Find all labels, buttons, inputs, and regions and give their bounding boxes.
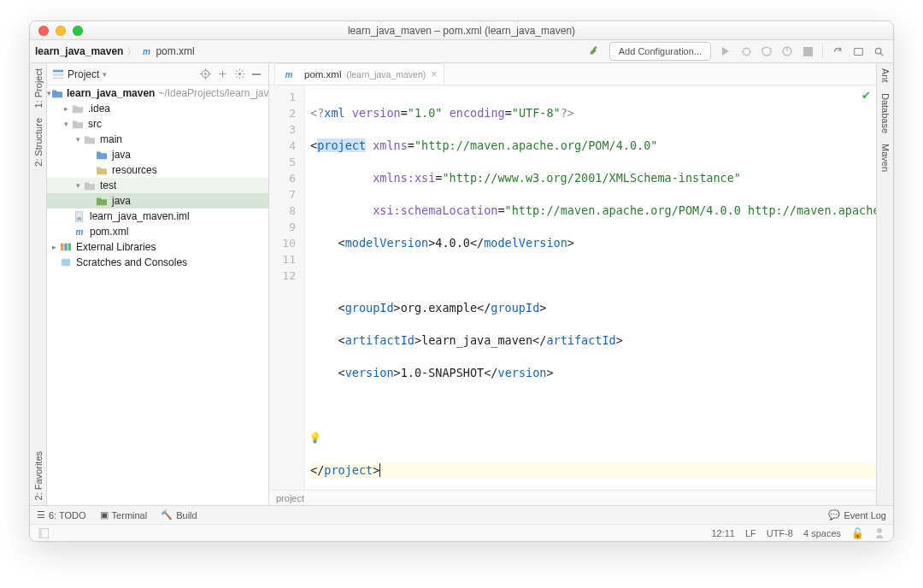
update-project-icon[interactable] <box>828 42 847 61</box>
coverage-icon[interactable] <box>757 42 776 61</box>
breadcrumb[interactable]: learn_java_maven 〉 m pom.xml <box>35 44 195 59</box>
locate-icon[interactable] <box>198 68 212 81</box>
tool-tab-todo[interactable]: ☰6: TODO <box>37 509 86 520</box>
tool-tab-project[interactable]: 1: Project <box>32 63 45 113</box>
svg-rect-12 <box>252 74 261 75</box>
tool-tab-terminal[interactable]: ▣Terminal <box>100 509 148 520</box>
run-icon[interactable] <box>716 42 735 61</box>
titlebar: learn_java_maven – pom.xml (learn_java_m… <box>30 21 893 40</box>
svg-rect-20 <box>38 528 42 538</box>
tool-tab-database[interactable]: Database <box>879 88 892 138</box>
svg-rect-4 <box>854 48 862 55</box>
tool-tab-structure[interactable]: 2: Structure <box>32 113 45 172</box>
readonly-lock-icon[interactable]: 🔓 <box>851 527 864 539</box>
editor-tabs: m pom.xml (learn_java_maven) × <box>269 63 876 85</box>
editor-area: m pom.xml (learn_java_maven) × ✔ 123 456… <box>269 63 876 505</box>
expand-all-icon[interactable] <box>215 68 229 81</box>
tree-node-test-java[interactable]: java <box>47 193 268 209</box>
run-toolbar <box>716 42 888 61</box>
tool-tab-maven[interactable]: Maven <box>879 138 892 177</box>
svg-point-11 <box>238 73 240 75</box>
project-tool-window: Project ▾ ▾ learn_java_maven ~/IdeaProje… <box>47 63 269 505</box>
build-hammer-icon[interactable] <box>585 42 604 61</box>
add-configuration-button[interactable]: Add Configuration... <box>609 42 711 61</box>
tree-node-scratches[interactable]: Scratches and Consoles <box>47 255 268 270</box>
breadcrumb-file[interactable]: pom.xml <box>156 45 194 57</box>
svg-rect-6 <box>53 69 63 72</box>
bottom-tool-tabs: ☰6: TODO ▣Terminal 🔨Build 💬Event Log <box>30 505 893 524</box>
close-tab-icon[interactable]: × <box>431 68 437 80</box>
profile-icon[interactable] <box>778 42 797 61</box>
navigation-bar: learn_java_maven 〉 m pom.xml Add Configu… <box>30 40 893 63</box>
status-indent[interactable]: 4 spaces <box>803 528 841 538</box>
main-body: 1: Project 2: Structure 2: Favorites Pro… <box>30 63 893 505</box>
project-tree[interactable]: ▾ learn_java_maven ~/IdeaProjects/learn_… <box>47 85 268 505</box>
status-encoding[interactable]: UTF-8 <box>767 528 793 538</box>
tree-node-pom[interactable]: m pom.xml <box>47 224 268 239</box>
tree-node-main-java[interactable]: java <box>47 147 268 162</box>
tool-tab-ant[interactable]: Ant <box>879 63 892 88</box>
svg-point-21 <box>877 528 882 533</box>
hide-panel-icon[interactable] <box>250 68 263 81</box>
svg-rect-16 <box>64 244 67 251</box>
line-gutter[interactable]: 123 456 789 101112 <box>269 85 305 490</box>
status-bar: 12:11 LF UTF-8 4 spaces 🔓 <box>30 524 893 541</box>
right-tool-strip: Ant Database Maven <box>876 63 893 505</box>
tree-node-iml[interactable]: learn_java_maven.iml <box>47 209 268 224</box>
stop-icon[interactable] <box>798 42 817 61</box>
code-editor[interactable]: ✔ 123 456 789 101112 <?xml version="1.0"… <box>269 85 876 490</box>
maven-file-icon: m <box>282 68 296 80</box>
tree-node-resources[interactable]: resources <box>47 162 268 178</box>
svg-rect-3 <box>803 47 813 56</box>
editor-tab-pom[interactable]: m pom.xml (learn_java_maven) × <box>274 63 444 85</box>
status-caret-position[interactable]: 12:11 <box>711 528 735 538</box>
window-title: learn_java_maven – pom.xml (learn_java_m… <box>30 25 893 37</box>
git-branch-icon[interactable] <box>849 42 867 61</box>
maven-file-icon: m <box>140 45 152 57</box>
tool-tab-build[interactable]: 🔨Build <box>161 509 197 520</box>
svg-rect-8 <box>53 77 63 79</box>
settings-gear-icon[interactable] <box>232 68 246 81</box>
svg-rect-15 <box>61 244 63 251</box>
tool-tab-eventlog[interactable]: 💬Event Log <box>828 509 886 520</box>
chevron-down-icon: ▾ <box>103 70 107 79</box>
tool-window-quick-access-icon[interactable] <box>38 528 49 538</box>
ide-window: learn_java_maven – pom.xml (learn_java_m… <box>29 21 894 542</box>
project-panel-header: Project ▾ <box>47 63 268 85</box>
debug-icon[interactable] <box>737 42 755 61</box>
tree-node-idea[interactable]: ▸ .idea <box>47 101 268 116</box>
editor-breadcrumb[interactable]: project <box>269 490 876 505</box>
project-view-icon <box>52 68 64 80</box>
project-view-selector[interactable]: Project ▾ <box>68 68 107 80</box>
tree-root[interactable]: ▾ learn_java_maven ~/IdeaProjects/learn_… <box>47 85 268 101</box>
tree-node-src[interactable]: ▾ src <box>47 116 268 132</box>
code-content[interactable]: <?xml version="1.0" encoding="UTF-8"?> <… <box>305 85 876 490</box>
search-everywhere-icon[interactable] <box>869 42 888 61</box>
left-tool-strip: 1: Project 2: Structure 2: Favorites <box>30 63 47 505</box>
breadcrumb-sep: 〉 <box>126 44 137 59</box>
svg-point-10 <box>204 73 206 74</box>
breadcrumb-project[interactable]: learn_java_maven <box>35 45 123 57</box>
tree-node-main[interactable]: ▾ main <box>47 132 268 147</box>
tool-tab-favorites[interactable]: 2: Favorites <box>32 446 45 505</box>
svg-rect-7 <box>53 74 63 76</box>
svg-point-5 <box>875 48 881 54</box>
svg-rect-17 <box>68 244 71 251</box>
svg-rect-14 <box>77 217 81 220</box>
intention-bulb-icon[interactable]: 💡 <box>309 430 321 446</box>
tree-node-test[interactable]: ▾ test <box>47 178 268 193</box>
hector-icon[interactable] <box>874 527 885 539</box>
tree-node-external-libraries[interactable]: ▸ External Libraries <box>47 239 268 255</box>
status-line-separator[interactable]: LF <box>745 528 756 538</box>
svg-rect-18 <box>62 259 70 267</box>
inspection-ok-icon: ✔ <box>861 89 871 102</box>
